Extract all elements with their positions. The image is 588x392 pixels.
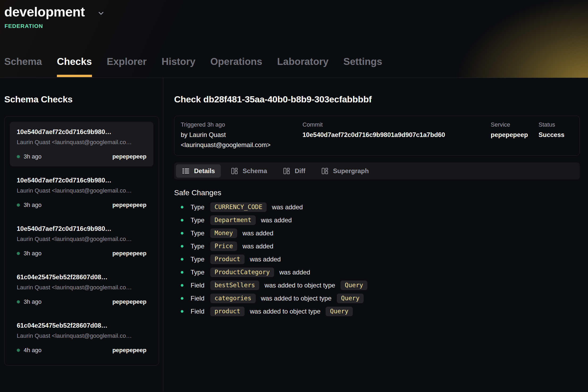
check-time: 3h ago	[24, 153, 41, 160]
bullet-icon	[181, 206, 183, 208]
check-detail-tab[interactable]: Details	[176, 164, 221, 178]
change-description: was added	[242, 243, 273, 250]
check-card[interactable]: 61c04e25475eb52f28607d08… Laurin Quast <…	[10, 315, 153, 360]
code-chip: Product	[210, 255, 245, 264]
code-chip: ProductCategory	[210, 268, 274, 277]
commit-label: Commit	[303, 120, 491, 129]
nav-tab-label: Explorer	[107, 56, 147, 67]
change-item: Type Money was added	[174, 228, 580, 238]
change-description: was added	[272, 203, 303, 211]
check-commit-id: 10e540d7aef72c0d716c9b980…	[17, 177, 146, 184]
change-kind: Type	[191, 256, 204, 263]
change-description: was added to object type	[261, 295, 332, 302]
change-item: Type Product was added	[174, 255, 580, 264]
change-description: was added	[279, 269, 310, 276]
check-meta-row: 3h ago pepepepeep	[17, 250, 146, 257]
check-commit-id: 61c04e25475eb52f28607d08…	[17, 322, 146, 329]
check-meta-row: 4h ago pepepepeep	[17, 347, 146, 354]
status-column: Status Success	[539, 120, 573, 150]
triggered-email: <laurinquast@googlemail.com>	[181, 140, 303, 150]
code-chip: Department	[210, 215, 255, 225]
change-kind: Field	[191, 282, 204, 289]
check-detail-tab[interactable]: Diff	[277, 164, 311, 178]
service-value: pepepepeep	[491, 130, 539, 140]
service-column: Service pepepepeep	[491, 120, 539, 150]
nav-tab[interactable]: Settings	[343, 56, 382, 78]
change-item: Type Department was added	[174, 215, 580, 225]
check-author: Laurin Quast <laurinquast@googlemail.co…	[17, 332, 146, 339]
check-author: Laurin Quast <laurinquast@googlemail.co…	[17, 187, 146, 194]
check-detail-heading: Check db28f481-35aa-40b0-b8b9-303ecfabbb…	[174, 94, 580, 105]
code-chip: Price	[210, 241, 237, 251]
code-chip: CURRENCY_CODE	[210, 202, 267, 212]
change-kind: Field	[191, 295, 204, 302]
check-service: pepepepeep	[112, 153, 146, 160]
nav-tab[interactable]: Schema	[4, 56, 42, 78]
status-dot-icon	[17, 349, 20, 352]
check-info-box: Triggered 3h ago by Laurin Quast <laurin…	[174, 116, 580, 156]
nav-tab-label: Operations	[210, 56, 262, 67]
check-author: Laurin Quast <laurinquast@googlemail.co…	[17, 284, 146, 291]
change-description: was added to object type	[264, 282, 335, 289]
check-card[interactable]: 10e540d7aef72c0d716c9b980… Laurin Quast …	[10, 219, 153, 263]
bullet-icon	[181, 245, 183, 248]
check-commit-id: 10e540d7aef72c0d716c9b980…	[17, 225, 146, 232]
checks-list: 10e540d7aef72c0d716c9b980… Laurin Quast …	[4, 116, 159, 366]
commit-column: Commit 10e540d7aef72c0d716c9b9801a9d907c…	[303, 120, 491, 150]
nav-tab[interactable]: Explorer	[107, 56, 147, 78]
check-card[interactable]: 61c04e25475eb52f28607d08… Laurin Quast <…	[10, 267, 153, 312]
change-kind: Type	[191, 269, 204, 276]
status-dot-icon	[17, 300, 20, 303]
check-commit-id: 61c04e25475eb52f28607d08…	[17, 273, 146, 281]
check-author: Laurin Quast <laurinquast@googlemail.co…	[17, 139, 146, 146]
code-chip: categories	[210, 294, 255, 303]
bullet-icon	[181, 310, 183, 313]
check-detail-tab-label: Details	[194, 167, 215, 175]
check-detail-panel: Check db28f481-35aa-40b0-b8b9-303ecfabbb…	[163, 78, 588, 392]
check-detail-tab[interactable]: Schema	[225, 164, 273, 178]
triggered-by: by Laurin Quast	[181, 130, 303, 140]
change-kind: Type	[191, 203, 204, 211]
nav-tab[interactable]: Operations	[210, 56, 262, 78]
check-card[interactable]: 10e540d7aef72c0d716c9b980… Laurin Quast …	[10, 170, 153, 215]
check-service: pepepepeep	[112, 202, 146, 208]
main-nav: Schema Checks Explorer History Operation…	[4, 56, 382, 78]
check-meta-row: 3h ago pepepepeep	[17, 153, 146, 160]
nav-tab[interactable]: Laboratory	[277, 56, 329, 78]
check-service: pepepepeep	[112, 347, 146, 354]
safe-changes-list: Type CURRENCY_CODE was added Type Depart…	[174, 202, 580, 316]
change-kind: Field	[191, 308, 204, 315]
check-detail-tab-label: Diff	[295, 167, 305, 175]
chevron-down-icon[interactable]	[97, 9, 105, 17]
check-service: pepepepeep	[112, 250, 146, 257]
check-meta-row: 3h ago pepepepeep	[17, 202, 146, 208]
columns-icon	[321, 167, 329, 175]
change-kind: Type	[191, 216, 204, 224]
change-item: Field categories was added to object typ…	[174, 294, 580, 303]
nav-tab[interactable]: History	[162, 56, 195, 78]
triggered-label: Triggered 3h ago	[181, 120, 303, 129]
change-description: was added	[250, 256, 281, 263]
check-time: 4h ago	[24, 347, 41, 354]
main-content: Schema Checks 10e540d7aef72c0d716c9b980……	[0, 78, 588, 392]
safe-changes-heading: Safe Changes	[174, 187, 580, 198]
check-detail-tab[interactable]: Supergraph	[315, 164, 375, 178]
check-card[interactable]: 10e540d7aef72c0d716c9b980… Laurin Quast …	[10, 122, 153, 166]
bullet-icon	[181, 219, 183, 222]
triggered-column: Triggered 3h ago by Laurin Quast <laurin…	[181, 120, 303, 150]
commit-hash: 10e540d7aef72c0d716c9b9801a9d907c1a7bd60	[303, 130, 491, 140]
nav-tab-label: Settings	[343, 56, 382, 67]
project-header: development FEDERATION Schema Checks Exp…	[0, 0, 588, 78]
nav-tab-label: History	[162, 56, 195, 67]
check-detail-tabs: Details Schema	[174, 162, 580, 180]
nav-tab[interactable]: Checks	[57, 56, 92, 78]
bullet-icon	[181, 297, 183, 300]
change-item: Type Price was added	[174, 241, 580, 251]
check-time: 3h ago	[24, 250, 41, 257]
check-detail-tab-label: Schema	[243, 167, 267, 175]
change-item: Field bestSellers was added to object ty…	[174, 281, 580, 290]
status-value: Success	[539, 130, 573, 140]
check-time: 3h ago	[24, 298, 41, 305]
nav-tab-label: Checks	[57, 56, 92, 67]
code-chip: Query	[337, 294, 364, 303]
